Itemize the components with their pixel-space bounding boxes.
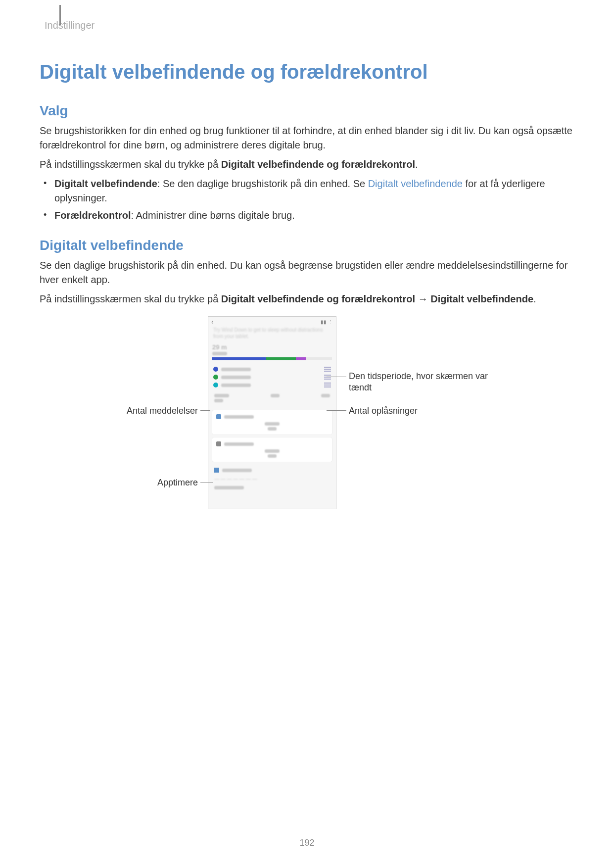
valg-b1-bold: Digitalt velbefindende [54,178,157,189]
dv-p2-arrow: → [415,293,430,304]
breadcrumb: Indstillinger [45,20,574,31]
valg-bullet-2: Forældrekontrol: Administrer dine børns … [54,208,574,223]
goal-sub-blur [268,454,277,458]
page-title: Digitalt velbefindende og forældrekontro… [40,61,574,83]
valg-paragraph-2: På indstillingsskærmen skal du trykke på… [40,157,574,172]
usage-bar [212,357,332,360]
valg-b2-bold: Forældrekontrol [54,210,131,221]
unlock-count-blur [321,394,330,397]
header-accent-rule [59,5,61,25]
goal-value-blur [265,449,280,453]
usage-bar-seg1 [212,357,266,360]
app-dot-icon [213,383,218,387]
dv-p2-bold2: Digitalt velbefindende [430,293,533,304]
phone-total-time: 29 m [212,343,332,351]
valg-p2-bold: Digitalt velbefindende og forældrekontro… [221,159,415,170]
valg-paragraph-1: Se brugshistorikken for din enhed og bru… [40,124,574,152]
app-name-blur [221,368,251,371]
dv-p2-post: . [533,293,536,304]
app-row-2 [208,373,336,381]
app-dot-icon [213,375,218,380]
goal-icon [216,414,221,419]
valg-bullet-1: Digitalt velbefindende: Se den daglige b… [54,177,574,205]
valg-bullet-list: Digitalt velbefindende: Se den daglige b… [40,177,574,223]
usage-bar-seg2 [266,357,296,360]
valg-p2-pre: På indstillingsskærmen skal du trykke på [40,159,221,170]
goal-title-blur [224,415,254,419]
lock-icon [216,441,221,446]
goal-value-blur [265,422,280,426]
usage-bar-seg3 [296,357,305,360]
dv-p2-pre: På indstillingsskærmen skal du trykke på [40,293,221,304]
notif-count-blur [214,394,229,397]
valg-b1-mid: : Se den daglige brugshistorik på din en… [157,178,368,189]
goal-card-1 [212,410,332,434]
callout-unlocks: Antal oplåsninger [349,405,507,417]
app-name-blur [221,384,251,387]
phone-hint-text: Try Wind Down to get to sleep without di… [208,327,336,339]
callout-notifications: Antal meddelelser [89,405,198,417]
section-heading-valg: Valg [40,103,574,119]
back-icon: ‹ [211,318,214,326]
app-dot-icon [213,367,218,372]
phone-stats-row [208,389,336,407]
phone-footer-row [208,482,336,493]
mid-blur [271,394,280,397]
dv-paragraph-2: På indstillingsskærmen skal du trykke på… [40,292,574,306]
app-row-1 [208,365,336,373]
phone-screenshot: ‹ ▮▮ ⋮ Try Wind Down to get to sleep wit… [208,316,336,509]
mini-bar-icon [324,375,331,380]
app-row-3 [208,381,336,389]
footer-blur [214,486,244,489]
callout-apptimers: Apptimere [89,477,198,488]
signal-icon: ▮▮ [321,319,327,325]
page-number: 192 [0,838,614,848]
section-heading-dv: Digitalt velbefindende [40,238,574,253]
goal-sub-blur [268,427,277,431]
valg-p2-post: . [415,159,418,170]
timer-sub-blur: — — — — — — — [208,476,336,482]
callout-line [327,377,346,377]
dv-p2-bold1: Digitalt velbefindende og forældrekontro… [221,293,415,304]
valg-b2-mid: : Administrer dine børns digitale brug. [131,210,294,221]
dv-paragraph-1: Se den daglige brugshistorik på din enhe… [40,258,574,287]
screenshot-figure: ‹ ▮▮ ⋮ Try Wind Down to get to sleep wit… [40,316,574,524]
goal-title-blur [224,442,254,446]
callout-line [327,410,346,411]
mini-bar-icon [324,383,331,387]
hourglass-icon [214,468,219,473]
app-name-blur [221,376,251,379]
callout-line [200,410,210,411]
notif-label-blur [214,399,223,402]
statusbar-icons: ▮▮ ⋮ [321,319,333,325]
more-icon: ⋮ [328,319,333,325]
goal-card-2 [212,437,332,462]
timer-label-blur [222,469,252,472]
phone-sublabel [212,352,227,355]
app-timers-row [208,465,336,476]
callout-line [200,482,213,482]
callout-screentime: Den tidsperiode, hvor skærmen var tændt [349,371,507,393]
valg-b1-link[interactable]: Digitalt velbefindende [368,178,463,189]
mini-bar-icon [324,367,331,372]
